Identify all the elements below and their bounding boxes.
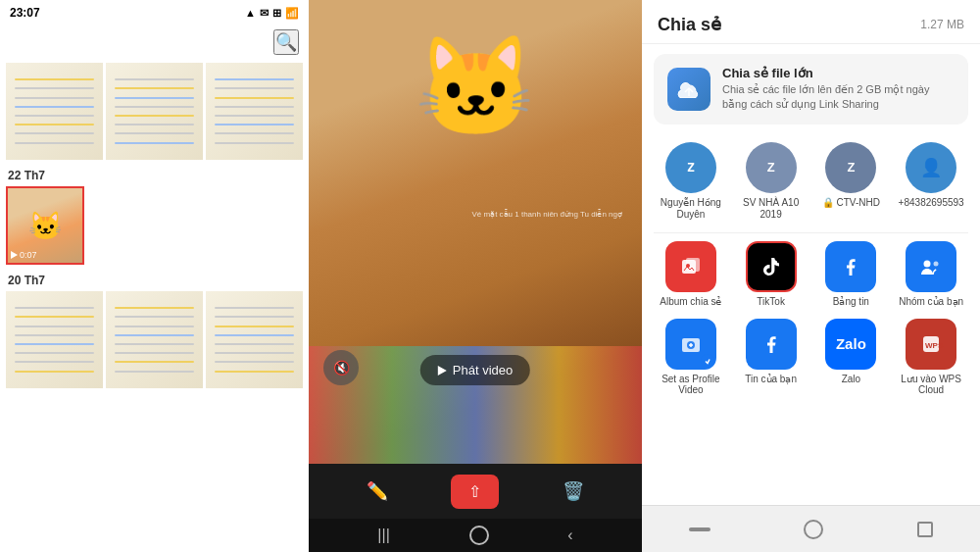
divider-1 [654, 232, 968, 233]
gallery-header: 🔍 [0, 25, 309, 59]
tiktok-label: TikTok [757, 296, 785, 307]
triangle-icon: ▲ [245, 7, 256, 19]
apps-grid-row2: Set as Profile Video Tin của bạn Zalo Za… [642, 315, 980, 403]
status-bar: 23:07 ▲ ✉ ⊞ 📶 [0, 0, 309, 25]
profile-video-label: Set as Profile Video [654, 374, 728, 395]
gallery-row-20 [6, 291, 303, 388]
video-overlay-text: Vé mặt cẫu 1 thanh niên đứng Tu diễn ngợ [471, 209, 622, 220]
gallery-thumb[interactable] [106, 63, 203, 160]
pencil-icon: ✏️ [367, 480, 388, 502]
selected-video-thumb[interactable]: 🐱 0:07 [6, 186, 84, 265]
date-label-22: 22 Th7 [6, 163, 303, 186]
zalo-label: Zalo [842, 374, 860, 384]
share-icon: ⇧ [468, 482, 481, 501]
play-video-button[interactable]: Phát video [420, 355, 530, 385]
video-duration: 0:07 [11, 250, 37, 260]
wps-icon: WPS [906, 319, 956, 370]
large-file-card[interactable]: Chia sẻ file lớn Chia sẻ các file lớn lê… [654, 54, 968, 125]
tiktok-icon [746, 241, 797, 292]
apps-grid-row1: Album chia sẻ TikTok Bảng tin [642, 237, 980, 315]
nav-home-right[interactable] [804, 520, 823, 539]
tin-icon [746, 319, 797, 370]
large-file-info: Chia sẻ file lớn Chia sẻ các file lớn lê… [722, 66, 955, 113]
trash-icon: 🗑️ [563, 480, 584, 502]
app-zalo[interactable]: Zalo Zalo [814, 319, 889, 395]
search-button[interactable]: 🔍 [273, 29, 299, 55]
cloud-icon [667, 68, 710, 111]
contact-item-2[interactable]: Z SV NHÀ A10 2019 [734, 142, 808, 221]
contact-label-3: 🔒 CTV-NHD [822, 197, 880, 209]
share-panel: Chia sẻ 1.27 MB Chia sẻ file lớn Chia sẻ… [642, 0, 980, 552]
cat-image: 🐱 [415, 29, 537, 145]
album-icon [665, 241, 716, 292]
edit-button[interactable]: ✏️ [353, 475, 402, 508]
large-file-title: Chia sẻ file lớn [722, 66, 955, 80]
contact-label-2: SV NHÀ A10 2019 [734, 197, 808, 221]
mute-icon: 🔇 [333, 360, 350, 376]
tin-label: Tin của bạn [745, 374, 797, 384]
nhom-icon [906, 241, 956, 292]
nav-recent-right[interactable] [689, 527, 710, 531]
gallery-row-22: 🐱 0:07 [6, 186, 303, 265]
contacts-grid: Z Nguyễn Hồng Duyên Z SV NHÀ A10 2019 Z … [642, 134, 980, 228]
video-content: 🐱 Vé mặt cẫu 1 thanh niên đứng Tu diễn n… [309, 0, 642, 464]
app-bangtin[interactable]: Bảng tin [814, 241, 889, 307]
app-tiktok[interactable]: TikTok [734, 241, 808, 307]
app-album[interactable]: Album chia sẻ [654, 241, 728, 307]
menu-icon: ⊞ [272, 7, 281, 20]
share-button[interactable]: ⇧ [451, 475, 499, 509]
app-nhom[interactable]: Nhóm của bạn [894, 241, 968, 307]
bangtin-label: Bảng tin [833, 296, 869, 307]
app-profile-video[interactable]: Set as Profile Video [654, 319, 728, 395]
contact-avatar-4: 👤 [906, 142, 956, 193]
status-icons: ▲ ✉ ⊞ 📶 [245, 7, 299, 20]
gallery-thumb[interactable] [206, 291, 303, 388]
app-wps[interactable]: WPS Lưu vào WPS Cloud [894, 319, 968, 395]
zalo-icon: Zalo [825, 319, 876, 370]
recent-nav[interactable]: ‹ [567, 527, 572, 544]
svg-point-5 [934, 261, 939, 266]
wps-label: Lưu vào WPS Cloud [894, 374, 968, 395]
android-nav-right [642, 505, 980, 552]
mute-button[interactable]: 🔇 [323, 350, 359, 385]
share-title: Chia sẻ [658, 14, 721, 35]
nhom-label: Nhóm của bạn [899, 296, 963, 307]
date-label-20: 20 Th7 [6, 268, 303, 291]
notification-icon: ✉ [260, 7, 269, 20]
gallery-panel: 23:07 ▲ ✉ ⊞ 📶 🔍 [0, 0, 309, 552]
gallery-thumb[interactable] [106, 291, 203, 388]
play-triangle-icon [438, 366, 447, 376]
gallery-thumb[interactable] [206, 63, 303, 160]
contact-label-4: +84382695593 [899, 197, 964, 209]
play-video-label: Phát video [453, 363, 513, 377]
contact-item-4[interactable]: 👤 +84382695593 [894, 142, 968, 221]
gallery-row-top [6, 63, 303, 160]
gallery-thumb[interactable] [6, 63, 103, 160]
wifi-icon: 📶 [285, 7, 299, 20]
share-file-size: 1.27 MB [920, 18, 964, 31]
back-nav[interactable]: ||| [377, 527, 389, 544]
contact-avatar-1: Z [665, 142, 716, 193]
cat-video-background: 🐱 Vé mặt cẫu 1 thanh niên đứng Tu diễn n… [309, 0, 642, 464]
contact-avatar-3: Z [825, 142, 876, 193]
gallery-content: 22 Th7 🐱 0:07 20 Th7 [0, 59, 309, 552]
video-panel: 🐱 Vé mặt cẫu 1 thanh niên đứng Tu diễn n… [309, 0, 642, 552]
contact-label-1: Nguyễn Hồng Duyên [654, 197, 728, 221]
home-nav[interactable] [469, 526, 489, 545]
status-time: 23:07 [10, 6, 40, 20]
contact-item-1[interactable]: Z Nguyễn Hồng Duyên [654, 142, 728, 221]
svg-text:WPS: WPS [925, 341, 944, 350]
profile-video-icon [665, 319, 716, 370]
album-label: Album chia sẻ [660, 296, 721, 307]
nav-back-right[interactable] [917, 522, 933, 537]
delete-button[interactable]: 🗑️ [549, 475, 598, 508]
large-file-desc: Chia sẻ các file lớn lên đến 2 GB một ng… [722, 82, 955, 113]
svg-point-4 [924, 260, 931, 267]
contact-avatar-2: Z [746, 142, 797, 193]
contact-item-3[interactable]: Z 🔒 CTV-NHD [814, 142, 889, 221]
gallery-thumb[interactable] [6, 291, 103, 388]
app-tin[interactable]: Tin của bạn [734, 319, 808, 395]
share-header: Chia sẻ 1.27 MB [642, 0, 980, 44]
video-bottom-nav: ✏️ ⇧ 🗑️ [309, 464, 642, 519]
bangtin-icon [825, 241, 876, 292]
